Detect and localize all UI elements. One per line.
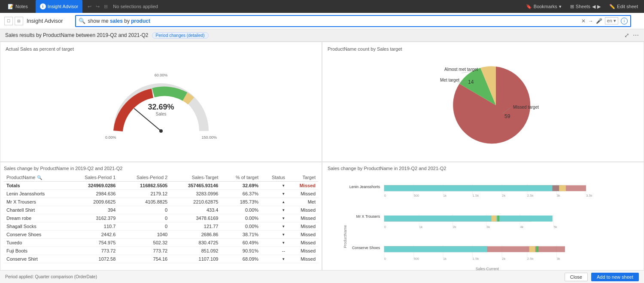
layout-split-icon[interactable]: ⊟ xyxy=(15,17,23,25)
row-pct: 0.00% xyxy=(221,214,261,222)
search-prefix: show me xyxy=(88,18,110,24)
col-header-target[interactable]: Sales-Target xyxy=(170,173,221,182)
svg-text:1k: 1k xyxy=(419,225,422,229)
svg-text:0: 0 xyxy=(384,194,386,198)
row-target: 433.4 xyxy=(170,206,221,214)
edit-sheet-btn[interactable]: ✏️ Edit sheet xyxy=(607,3,641,10)
col-header-status[interactable]: Status xyxy=(261,173,288,182)
bookmarks-btn[interactable]: 🔖 Bookmarks ▾ xyxy=(523,3,564,10)
sheets-prev-icon[interactable]: ◀ xyxy=(592,4,595,9)
snapshot-icon[interactable]: ⊞ xyxy=(102,3,109,10)
bookmarks-chevron: ▾ xyxy=(559,4,562,9)
more-options-icon[interactable]: ⋯ xyxy=(633,32,639,39)
sheets-btn[interactable]: ⊞ Sheets ◀ ▶ xyxy=(568,3,603,10)
row-name: Shagall Socks xyxy=(4,222,66,231)
totals-status: ▼ xyxy=(261,182,288,190)
svg-text:3k: 3k xyxy=(556,257,560,261)
toolbar2-title: Insight Advisor xyxy=(27,18,63,24)
layout-icons: ☐ ⊟ xyxy=(4,17,23,25)
row-dir: ▼ xyxy=(261,214,288,222)
col-header-name: ProductName 🔍 xyxy=(4,173,66,182)
col-header-p1[interactable]: Sales-Period 1 xyxy=(66,173,118,182)
col-search-icon[interactable]: 🔍 xyxy=(37,175,42,180)
col-header-tgt[interactable]: Target xyxy=(288,173,318,182)
footer-right: Close Add to new sheet xyxy=(565,273,639,281)
totals-target: 357465.93146 xyxy=(170,182,221,190)
row-name: Conserve Shirt xyxy=(4,255,66,263)
gauge-max: 150.00% xyxy=(201,135,217,140)
svg-text:500: 500 xyxy=(413,257,419,261)
add-to-new-sheet-button[interactable]: Add to new sheet xyxy=(591,273,639,281)
search-magnify-icon: 🔍 xyxy=(79,18,85,24)
totals-name: Totals xyxy=(4,182,66,190)
svg-text:3k: 3k xyxy=(486,225,490,229)
row-pct: 185.73% xyxy=(221,198,261,206)
row-status: Missed xyxy=(288,255,318,263)
bar2-green xyxy=(497,216,499,222)
layout-single-icon[interactable]: ☐ xyxy=(4,17,13,25)
gauge-sublabel: Sales xyxy=(148,112,174,116)
svg-text:0: 0 xyxy=(384,257,386,261)
bar-chart-area: ProductName Lenin Jeansshorts 0 500 1k 1… xyxy=(328,173,638,283)
bar-teal-front xyxy=(384,185,553,191)
svg-text:ProductName: ProductName xyxy=(343,225,347,248)
bookmarks-label: Bookmarks xyxy=(534,4,557,9)
row-name: Fuji Boots xyxy=(4,247,66,255)
search-mic-icon[interactable]: 🎤 xyxy=(596,18,602,24)
table-card-title: Sales change by ProductName in 2019-Q2 a… xyxy=(4,166,318,171)
row-target: 2210.62875 xyxy=(170,198,221,206)
topbar: 📝 Notes i Insight Advisor ↩ ↪ ⊞ No selec… xyxy=(0,0,644,13)
row-name: Mr X Trousers xyxy=(4,198,66,206)
search-lang[interactable]: en ▾ xyxy=(605,17,618,24)
sheets-label: Sheets xyxy=(576,4,590,9)
search-info-icon[interactable]: i xyxy=(621,18,628,24)
bar3-green xyxy=(536,246,538,252)
gauge-value: 32.69% xyxy=(148,103,174,112)
col-header-p2[interactable]: Sales-Period 2 xyxy=(118,173,170,182)
close-button[interactable]: Close xyxy=(565,273,588,281)
row-target: 1107.109 xyxy=(170,255,221,263)
gauge-card: Actual Sales as percent of target 60.00% xyxy=(0,42,322,162)
row-p1: 2009.6625 xyxy=(66,198,118,206)
svg-text:2k: 2k xyxy=(502,257,505,261)
search-keyword2: product xyxy=(131,18,150,24)
row-target: 3283.0996 xyxy=(170,190,221,198)
row-name: Lenin Jeansshorts xyxy=(4,190,66,198)
pencil-icon: ✏️ xyxy=(609,4,615,9)
row-p1: 2442.6 xyxy=(66,231,118,239)
row-dir: ▲ xyxy=(261,198,288,206)
table-row: Chantell Shirt 394 0 433.4 0.00% ▼ Misse… xyxy=(4,206,318,214)
row-p2: 754.16 xyxy=(118,255,170,263)
row-dir: ▼ xyxy=(261,231,288,239)
insight-advisor-tab[interactable]: i Insight Advisor xyxy=(36,0,83,13)
notes-tab[interactable]: 📝 Notes xyxy=(3,0,32,13)
bar-gold xyxy=(559,185,566,191)
table-row: Conserve Shirt 1072.58 754.16 1107.109 6… xyxy=(4,255,318,263)
svg-text:1.5k: 1.5k xyxy=(473,194,479,198)
table-row: Mr X Trousers 2009.6625 4105.8825 2210.6… xyxy=(4,198,318,206)
row-dir: -- xyxy=(261,247,288,255)
row-pct: 60.49% xyxy=(221,239,261,247)
table-row: Conserve Shoes 2442.6 1040 2686.86 38.71… xyxy=(4,231,318,239)
row-target: 2686.86 xyxy=(170,231,221,239)
row-status: Missed xyxy=(288,206,318,214)
row-dir: ▼ xyxy=(261,239,288,247)
search-bar[interactable]: 🔍 show me sales by product ✕ → 🎤 en ▾ i xyxy=(75,15,631,27)
redo-icon[interactable]: ↪ xyxy=(94,3,101,10)
undo-icon[interactable]: ↩ xyxy=(86,3,93,10)
search-arrow-icon[interactable]: → xyxy=(588,18,593,24)
gauge-label: 32.69% Sales xyxy=(148,103,174,116)
table-totals-row: Totals 324969.0286 116862.5505 357465.93… xyxy=(4,182,318,190)
period-badge[interactable]: Period changes (detailed) xyxy=(152,32,209,39)
bar-chart-title: Sales change by ProductName in 2019-Q2 a… xyxy=(328,166,638,171)
results-header-right: ⤢ ⋯ xyxy=(624,32,639,39)
sheets-next-icon[interactable]: ▶ xyxy=(597,4,601,9)
col-header-pct[interactable]: % of target xyxy=(221,173,261,182)
fullscreen-icon[interactable]: ⤢ xyxy=(624,32,629,39)
table-row: Fuji Boots 773.72 773.72 851.092 90.91% … xyxy=(4,247,318,255)
search-clear-icon[interactable]: ✕ xyxy=(581,18,586,24)
table-row: Tuxedo 754.975 502.32 830.4725 60.49% ▼ … xyxy=(4,239,318,247)
svg-text:0: 0 xyxy=(384,225,386,229)
totals-pct: 32.69% xyxy=(221,182,261,190)
row-status: Missed xyxy=(288,247,318,255)
